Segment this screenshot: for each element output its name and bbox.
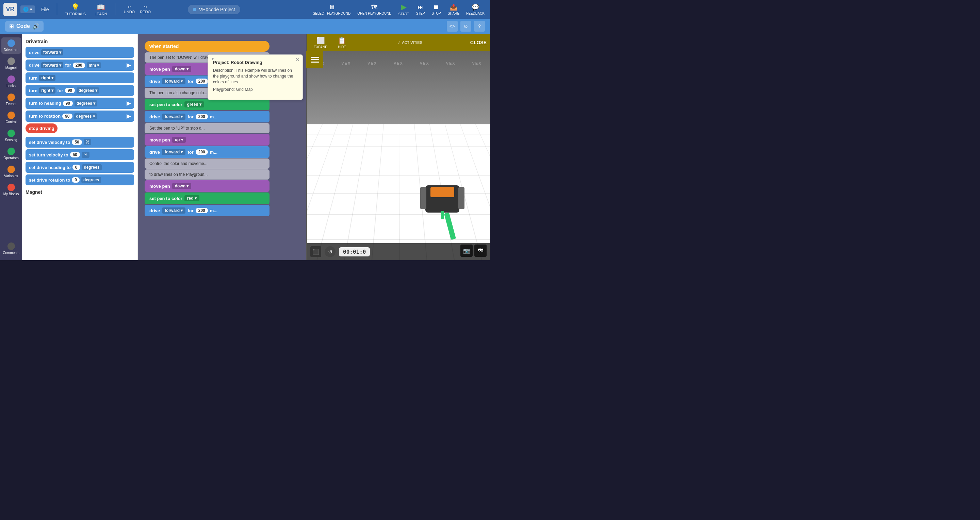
code-view-button[interactable]: <> — [447, 21, 458, 32]
stop-button[interactable]: ⏹ STOP — [430, 3, 443, 16]
ws-drive-4-val[interactable]: 200 — [196, 208, 208, 213]
select-playground-label: SELECT PLAYGROUND — [313, 11, 350, 15]
pen-color-red-dropdown[interactable]: red ▾ — [185, 195, 199, 201]
undo-button[interactable]: ↩ UNDO — [124, 5, 135, 14]
set-drive-velocity-block[interactable]: set drive velocity to 50 % — [25, 137, 134, 147]
set-pen-green-block[interactable]: set pen to color green ▾ — [145, 98, 269, 110]
drive-rotation-unit[interactable]: degrees — [81, 177, 101, 183]
drive-mm-direction-dropdown[interactable]: forward ▾ — [41, 62, 63, 68]
tutorials-button[interactable]: 💡 TUTORIALS — [62, 2, 89, 17]
ws-drive-3[interactable]: drive forward ▾ for 200 m... — [145, 146, 269, 158]
drive-rotation-value[interactable]: 0 — [72, 177, 80, 182]
sidebar-item-magnet[interactable]: Magnet — [2, 55, 21, 72]
step-button[interactable]: ⏭ STEP — [414, 3, 427, 16]
map-button[interactable]: 🗺 — [474, 244, 487, 257]
turn-degrees-unit[interactable]: degrees ▾ — [76, 87, 99, 94]
close-simulator-button[interactable]: CLOSE — [470, 40, 487, 45]
heading-unit[interactable]: degrees ▾ — [75, 100, 97, 106]
sidebar-item-operators[interactable]: Operators — [2, 146, 21, 162]
sidebar-item-sensing[interactable]: Sensing — [2, 128, 21, 144]
turn-right-degrees-block[interactable]: turn right ▾ for 90 degrees ▾ — [25, 85, 134, 96]
rotation-value[interactable]: 90 — [62, 114, 72, 119]
turn-velocity-unit: % — [82, 152, 89, 158]
sidebar-item-events[interactable]: Events — [2, 92, 21, 108]
drive-forward-mm-block[interactable]: drive forward ▾ for 200 mm ▾ ▶ — [25, 60, 134, 71]
learn-button[interactable]: 📖 LEARN — [92, 2, 110, 17]
turn-direction-dropdown[interactable]: right ▾ — [39, 75, 56, 81]
sim-reset-button[interactable]: ↺ — [325, 246, 336, 257]
code-help-button[interactable]: ? — [474, 21, 485, 32]
ws-drive-3-dir[interactable]: forward ▾ — [162, 149, 185, 155]
redo-button[interactable]: ↪ REDO — [140, 5, 151, 14]
stop-driving-block[interactable]: stop driving — [25, 124, 57, 133]
ws-drive-1-dir[interactable]: forward ▾ — [162, 78, 185, 84]
feedback-button[interactable]: 💬 FEEDBACK — [464, 3, 487, 16]
ws-drive-4[interactable]: drive forward ▾ for 200 m... — [145, 205, 269, 216]
pen-up-dropdown[interactable]: up ▾ — [172, 137, 186, 143]
drive-unit-dropdown[interactable]: mm ▾ — [87, 62, 102, 68]
select-playground-button[interactable]: 🖥 SELECT PLAYGROUND — [311, 3, 353, 16]
hide-button[interactable]: 📋 HIDE — [334, 35, 350, 50]
set-turn-velocity-block[interactable]: set turn velocity to 50 % — [25, 149, 134, 160]
ws-drive-4-dir[interactable]: forward ▾ — [162, 208, 185, 214]
drive-heading-value[interactable]: 0 — [73, 165, 80, 170]
globe-button[interactable]: 🌐 ▾ — [21, 5, 35, 13]
move-pen-up-block[interactable]: move pen up ▾ — [145, 134, 269, 146]
turn-degrees-value[interactable]: 90 — [65, 88, 75, 93]
activities-button[interactable]: ✓ ACTIVITIES — [398, 40, 422, 45]
drive-velocity-value[interactable]: 50 — [72, 140, 82, 145]
turn-degrees-direction-dropdown[interactable]: right ▾ — [39, 87, 56, 94]
sidebar-item-drivetrain[interactable]: Drivetrain — [2, 37, 21, 54]
globe-dropdown-icon: ▾ — [30, 7, 32, 12]
sidebar: Drivetrain Magnet Looks Events Control S… — [0, 34, 22, 260]
expand-label: EXPAND — [314, 45, 327, 49]
sidebar-item-myblocks[interactable]: My Blocks — [2, 182, 21, 198]
when-started-block[interactable]: when started — [145, 41, 269, 52]
ws-drive-3-val[interactable]: 200 — [196, 149, 208, 155]
ws-drive-2-dir[interactable]: forward ▾ — [162, 114, 185, 120]
pen-down-2-dropdown[interactable]: down ▾ — [172, 183, 192, 189]
sidebar-item-control[interactable]: Control — [2, 109, 21, 126]
open-playground-button[interactable]: 🗺 OPEN PLAYGROUND — [355, 3, 393, 16]
turn-to-rotation-block[interactable]: turn to rotation 90 degrees ▾ ▶ — [25, 111, 134, 122]
sim-stop-square-button[interactable]: ⬛ — [310, 246, 321, 257]
drive-direction-dropdown[interactable]: forward ▾ — [41, 49, 63, 55]
drive-heading-unit[interactable]: degrees — [82, 164, 102, 170]
rotation-unit[interactable]: degrees ▾ — [74, 113, 97, 119]
robot-pen — [441, 211, 444, 219]
sim-menu-button[interactable] — [306, 51, 323, 68]
info-panel-close-button[interactable]: ✕ — [295, 57, 300, 63]
sidebar-item-variables[interactable]: Variables — [2, 163, 21, 180]
start-button[interactable]: ▶ START — [396, 2, 411, 17]
turn-right-block[interactable]: turn right ▾ — [25, 73, 134, 83]
divider-1 — [57, 3, 57, 15]
turn-velocity-value[interactable]: 50 — [70, 152, 80, 157]
pen-color-green-dropdown[interactable]: green ▾ — [185, 101, 204, 108]
ws-drive-2[interactable]: drive forward ▾ for 200 m... — [145, 111, 269, 122]
pen-down-dropdown[interactable]: down ▾ — [172, 66, 192, 72]
drive-distance-value[interactable]: 200 — [73, 63, 85, 68]
set-drive-rotation-block[interactable]: set drive rotation to 0 degrees — [25, 174, 134, 185]
code-sound-icon[interactable]: 🔊 — [33, 23, 40, 30]
turn-to-heading-block[interactable]: turn to heading 90 degrees ▾ ▶ — [25, 98, 134, 109]
workspace[interactable]: when started The pen set to "DOWN" will … — [138, 34, 490, 260]
file-button[interactable]: File — [38, 5, 52, 14]
camera-button[interactable]: 📷 — [460, 244, 473, 257]
code-layout-button[interactable]: ⊙ — [460, 21, 471, 32]
sidebar-item-looks[interactable]: Looks — [2, 73, 21, 90]
heading-value[interactable]: 90 — [63, 101, 73, 106]
ws-drive-1-val[interactable]: 200 — [196, 79, 208, 84]
set-pen-red-block[interactable]: set pen to color red ▾ — [145, 192, 269, 204]
move-pen-down-2-block[interactable]: move pen down ▾ — [145, 180, 269, 192]
drive-forward-block[interactable]: drive forward ▾ — [25, 47, 134, 58]
expand-button[interactable]: ⬜ EXPAND — [310, 35, 331, 50]
magnet-label: Magnet — [5, 66, 17, 70]
ws-drive-2-val[interactable]: 200 — [196, 114, 208, 119]
info-panel-collapse-icon[interactable]: ▼ — [211, 57, 215, 61]
undo-redo-group: ↩ UNDO ↪ REDO — [124, 5, 151, 14]
start-label: START — [398, 12, 409, 16]
project-dot — [193, 8, 196, 11]
share-button[interactable]: 📤 SHARE — [446, 3, 461, 16]
sidebar-item-comments[interactable]: Comments — [2, 241, 21, 257]
set-drive-heading-block[interactable]: set drive heading to 0 degrees — [25, 162, 134, 173]
